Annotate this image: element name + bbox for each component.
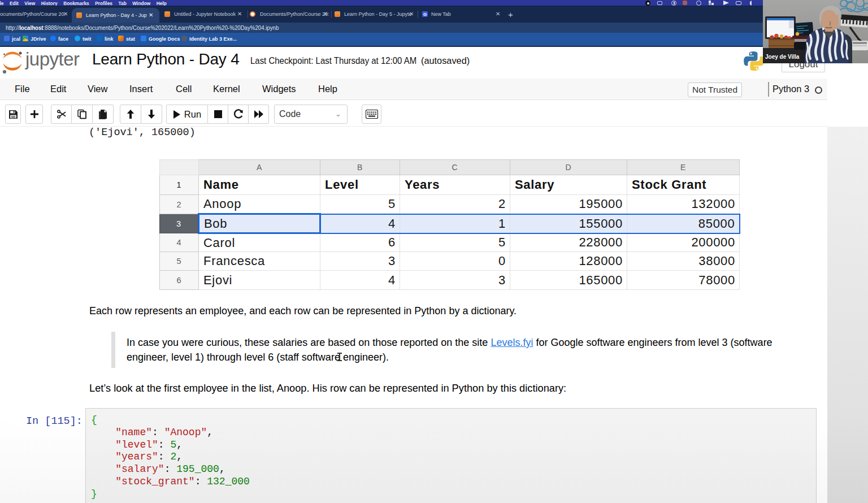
svg-text:Joey de Villa: Joey de Villa xyxy=(765,54,800,60)
